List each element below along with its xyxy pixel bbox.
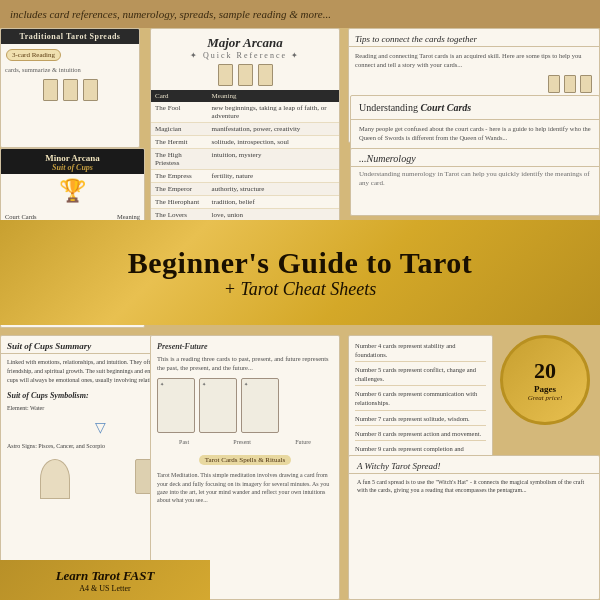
major-meaning-0: new beginnings, taking a leap of faith, … xyxy=(208,102,339,123)
gold-banner-sub: + Tarot Cheat Sheets xyxy=(224,279,376,300)
ppf-card-future: ✦ xyxy=(241,378,279,433)
tts-header: Traditional Tarot Spreads xyxy=(1,29,139,44)
major-meaning-2: solitude, introspection, soul xyxy=(208,136,339,149)
ppf-past-label: Past xyxy=(179,439,189,445)
main-container: includes card references, numerology, sp… xyxy=(0,0,600,600)
major-row-4: The Empressfertility, nature xyxy=(151,170,339,183)
court-cards-label: Court Cards xyxy=(420,102,471,113)
major-row-1: Magician manifestation, power, creativit… xyxy=(151,123,339,136)
tarot-card-deco-3 xyxy=(83,79,98,101)
sheet-traditional-spreads: Traditional Tarot Spreads 3-card Reading… xyxy=(0,28,140,148)
tips-card-decos xyxy=(349,73,599,95)
major-row-2: The Hermit solitude, introspection, soul xyxy=(151,136,339,149)
major-meaning-1: manifestation, power, creativity xyxy=(208,123,339,136)
major-deco-card-2 xyxy=(238,64,253,86)
num-item-5: Number 5 cards represent conflict, chang… xyxy=(355,365,486,386)
tips-deco-2 xyxy=(564,75,576,93)
pages-label: Pages xyxy=(534,384,556,394)
num-item-4: Number 4 cards represent stability and f… xyxy=(355,341,486,362)
ppf-card-labels: Past Present Future xyxy=(157,439,333,445)
ma-title: Minor Arcana xyxy=(4,153,141,163)
pages-sub: Great price! xyxy=(528,394,563,402)
major-row-0: The Fool new beginnings, taking a leap o… xyxy=(151,102,339,123)
major-title: Major Arcana xyxy=(151,29,339,51)
witch-body: A fun 5 card spread is to use the "Witch… xyxy=(349,474,599,499)
pages-number: 20 xyxy=(534,358,556,384)
major-card-2: The Hermit xyxy=(151,136,208,149)
gold-banner: Beginner's Guide to Tarot + Tarot Cheat … xyxy=(0,220,600,325)
top-banner: includes card references, numerology, sp… xyxy=(0,0,600,28)
fast-sub: A4 & US Letter xyxy=(79,584,130,593)
num-item-7: Number 7 cards represent solitude, wisdo… xyxy=(355,414,486,426)
num-header: ...Numerology xyxy=(351,149,599,167)
major-col-card: Card xyxy=(151,90,208,102)
top-banner-text: includes card references, numerology, sp… xyxy=(10,8,331,20)
gold-banner-title: Beginner's Guide to Tarot xyxy=(128,246,473,279)
major-sub: ✦ Quick Reference ✦ xyxy=(151,51,339,64)
tts-body: 3-card Reading cards, summarize & intuit… xyxy=(1,44,139,105)
spells-tag: Tarot Cards Spells & Rituals xyxy=(199,455,291,465)
major-col-meaning: Meaning xyxy=(208,90,339,102)
ppf-future-label: Future xyxy=(295,439,311,445)
num-sub: Understanding numerology in Tarot can he… xyxy=(351,167,599,191)
tts-body-text: cards, summarize & intuition xyxy=(5,66,135,73)
tips-header: Tips to connect the cards together xyxy=(349,29,599,47)
major-card-decos xyxy=(151,64,339,86)
ma-col2: Meaning xyxy=(117,213,140,220)
ma-col1: Court Cards xyxy=(5,213,37,220)
pages-circle: 20 Pages Great price! xyxy=(500,335,590,425)
major-row-3: The High Priestessintuition, mystery xyxy=(151,149,339,170)
cups-icon: 🏆 xyxy=(1,174,144,208)
ma-sub: Suit of Cups xyxy=(4,163,141,172)
fast-badge: Learn Tarot FAST A4 & US Letter xyxy=(0,560,210,600)
witch-header: A Witchy Tarot Spread! xyxy=(349,456,599,474)
fast-title: Learn Tarot FAST xyxy=(56,568,155,584)
ppf-present-label: Present xyxy=(233,439,251,445)
court-body: Many people get confused about the court… xyxy=(351,120,599,146)
court-header: Understanding Court Cards xyxy=(351,96,599,120)
ppf-text: This is a reading three cards to past, p… xyxy=(157,354,333,372)
tips-deco-3 xyxy=(580,75,592,93)
major-card-1: Magician xyxy=(151,123,208,136)
major-card-0: The Fool xyxy=(151,102,208,123)
tips-body: Reading and connecting Tarot cards is an… xyxy=(349,47,599,73)
pages-badge-area: 20 Pages Great price! xyxy=(500,335,600,435)
major-row-5: The Emperorauthority, structure xyxy=(151,183,339,196)
major-deco-card-1 xyxy=(218,64,233,86)
ppf-label: Present-Future xyxy=(157,342,333,351)
ma-header: Minor Arcana Suit of Cups xyxy=(1,149,144,174)
tarot-card-deco-1 xyxy=(43,79,58,101)
num-item-6: Number 6 cards represent communication w… xyxy=(355,389,486,410)
tts-tag: 3-card Reading xyxy=(6,49,61,61)
ppf-card-past: ✦ xyxy=(157,378,195,433)
spells-area: Tarot Cards Spells & Rituals xyxy=(157,453,333,467)
sheet-witch-spread: A Witchy Tarot Spread! A fun 5 card spre… xyxy=(348,455,600,600)
tips-deco-1 xyxy=(548,75,560,93)
num-item-8: Number 8 cards represent action and move… xyxy=(355,429,486,441)
major-row-6: The Hierophanttradition, belief xyxy=(151,196,339,209)
sheet-numerology-header: ...Numerology Understanding numerology i… xyxy=(350,148,600,216)
ppf-cards: ✦ ✦ ✦ xyxy=(157,378,333,433)
ppf-card-present: ✦ xyxy=(199,378,237,433)
ppf-extra-text: Tarot Meditation. This simple meditation… xyxy=(157,471,333,505)
major-deco-card-3 xyxy=(258,64,273,86)
ppf-body: Present-Future This is a reading three c… xyxy=(151,336,339,511)
tarot-card-deco-2 xyxy=(63,79,78,101)
cups-deco-1 xyxy=(40,459,70,499)
